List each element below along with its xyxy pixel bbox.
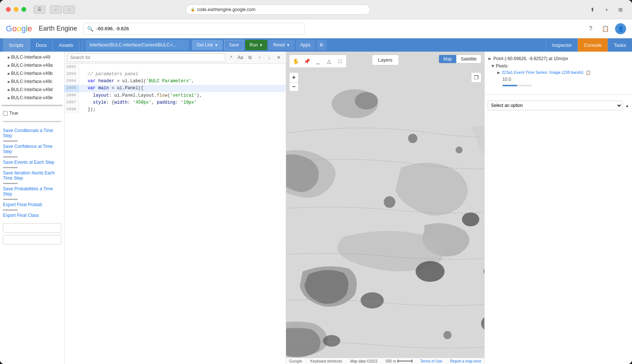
map-attribution: Map data ©2022 xyxy=(350,359,378,363)
list-item[interactable]: ■ BULC-Interface-v49 xyxy=(0,53,64,61)
list-item[interactable]: ■ BULC-Interface-v49b xyxy=(0,69,64,77)
tab-scripts[interactable]: Scripts xyxy=(3,38,30,52)
logo-g: G xyxy=(6,24,12,33)
back-button[interactable]: ‹ xyxy=(50,6,62,14)
forward-button[interactable]: › xyxy=(63,6,75,14)
tab-tasks[interactable]: Tasks xyxy=(608,38,632,52)
left-sidebar: ■ BULC-Interface-v49 ■ BULC-Interface-v4… xyxy=(0,52,65,364)
svg-point-3 xyxy=(416,261,444,282)
fullscreen-btn[interactable]: ❐ xyxy=(471,72,481,83)
get-link-button[interactable]: Get Link ▼ xyxy=(192,40,223,50)
right-panel: ► Point (-60.69626, -9.82527) at 10m/px … xyxy=(484,52,632,364)
help-button[interactable]: ? xyxy=(585,24,596,34)
expand-icon[interactable]: 📋 xyxy=(585,70,591,75)
sidebar-toggle-btn[interactable]: ☰ xyxy=(34,6,45,14)
file-icon: ■ xyxy=(7,72,10,76)
feedback-button[interactable]: 📋 xyxy=(600,24,611,34)
zoom-controls: + − xyxy=(289,72,299,91)
sidebar-buttons: Save Conditionals a Time Step Save Confi… xyxy=(0,124,64,247)
tab-inspector[interactable]: Inspector xyxy=(546,38,578,52)
input-field-1[interactable] xyxy=(3,223,61,233)
list-item[interactable]: ■ BULC-Interface-v49c xyxy=(0,77,64,86)
grid-button[interactable]: ⊞ xyxy=(615,6,626,14)
tab-console[interactable]: Console xyxy=(578,38,608,52)
code-search-input[interactable] xyxy=(68,53,225,62)
logo-e: e xyxy=(28,24,32,33)
save-conditionals-btn[interactable]: Save Conditionals a Time Step xyxy=(3,127,61,139)
app-window: ☰ ‹ › 🔒 code.earthengine.google.com ⬆ + … xyxy=(0,0,632,364)
keyboard-shortcuts[interactable]: Keyboard shortcuts xyxy=(310,359,342,363)
list-item[interactable]: ■ BULC-Interface-v49a xyxy=(0,61,64,69)
new-tab-button[interactable]: + xyxy=(601,6,612,14)
search-up-btn[interactable]: ↑ xyxy=(255,53,264,62)
user-avatar[interactable]: 👤 xyxy=(615,23,626,34)
address-bar[interactable]: 🔒 code.earthengine.google.com xyxy=(186,4,370,15)
svg-point-5 xyxy=(361,292,384,309)
divider xyxy=(3,156,18,157)
logo-o1: o xyxy=(12,24,17,33)
search-down-btn[interactable]: ↓ xyxy=(265,53,273,62)
content-area: ■ BULC-Interface-v49 ■ BULC-Interface-v4… xyxy=(0,52,632,364)
search-bar[interactable]: 🔍 xyxy=(83,23,305,35)
save-button[interactable]: Save xyxy=(224,40,244,50)
share-button[interactable]: ⬆ xyxy=(587,6,598,14)
export-final-probab-btn[interactable]: Export Final Probab xyxy=(3,201,61,208)
tab-docs[interactable]: Docs xyxy=(30,38,53,52)
code-area[interactable]: 2692 2693 // parameters panel 2694 var h… xyxy=(65,64,286,364)
search-word-btn[interactable]: \b xyxy=(246,53,254,62)
line-tool-btn[interactable]: ⎯ xyxy=(313,56,323,66)
save-confidence-btn[interactable]: Save Confidence at Time Step xyxy=(3,143,61,155)
apps-button[interactable]: Apps xyxy=(296,40,315,50)
file-path: Interfaces/BULC-Interface/Current/BULC-I… xyxy=(86,40,189,50)
list-item[interactable]: ■ BULC-Interface-v49d xyxy=(0,86,64,94)
satellite-view-btn[interactable]: Satellite xyxy=(456,55,481,63)
layers-button[interactable]: Layers xyxy=(372,55,399,65)
search-case-btn[interactable]: Aa xyxy=(236,53,244,62)
hand-tool-btn[interactable]: ✋ xyxy=(291,56,300,66)
url-text: code.earthengine.google.com xyxy=(197,7,255,12)
polygon-tool-btn[interactable]: △ xyxy=(324,56,334,66)
map-view-btn[interactable]: Map xyxy=(439,55,456,63)
option-select[interactable]: Select an option xyxy=(488,101,622,110)
list-item[interactable]: ■ BULC-Interface-v49e xyxy=(0,94,64,102)
point-label: Point (-60.69626, -9.82527) at 10m/px xyxy=(493,56,568,61)
svg-point-10 xyxy=(456,146,463,153)
svg-point-8 xyxy=(323,335,340,347)
svg-rect-18 xyxy=(502,85,517,86)
sidebar-divider xyxy=(3,121,61,122)
export-final-class-btn[interactable]: Export Final Class xyxy=(3,212,61,219)
file-icon: ■ xyxy=(7,63,10,67)
save-iteration-btn[interactable]: Save Iteration Numb Each Time Step xyxy=(3,170,61,181)
inspector-content: ► Point (-60.69626, -9.82527) at 10m/px … xyxy=(485,52,632,91)
tab-assets[interactable]: Assets xyxy=(53,38,79,52)
search-close-btn[interactable]: ✕ xyxy=(275,53,283,62)
reset-button[interactable]: Reset ▼ xyxy=(269,40,294,50)
rectangle-tool-btn[interactable]: □ xyxy=(335,56,345,66)
maximize-button[interactable] xyxy=(21,7,26,12)
input-field-2[interactable] xyxy=(3,235,61,245)
pixels-arrow[interactable]: ▼ xyxy=(491,63,495,69)
minimize-button[interactable] xyxy=(14,7,18,12)
sidebar-toggle[interactable]: ☰ xyxy=(34,6,45,14)
titlebar-actions: ⬆ + ⊞ xyxy=(587,6,626,14)
marker-tool-btn[interactable]: 📌 xyxy=(302,56,312,66)
code-line: 2693 // parameters panel xyxy=(65,71,286,78)
settings-button[interactable]: ⚙ xyxy=(316,40,327,50)
svg-rect-16 xyxy=(412,360,412,363)
save-probabilities-btn[interactable]: Save Probabilities a Time Step xyxy=(3,186,61,197)
code-line: 2698 }); xyxy=(65,106,286,113)
close-button[interactable] xyxy=(6,7,11,12)
code-line: 2695 var main = ui.Panel({ xyxy=(65,85,286,92)
zoom-out-btn[interactable]: − xyxy=(289,82,299,91)
zoom-in-btn[interactable]: + xyxy=(289,72,299,82)
run-button[interactable]: Run ▼ xyxy=(245,40,267,50)
report-link[interactable]: Report a map error xyxy=(450,359,481,363)
save-events-btn[interactable]: Save Events at Each Step xyxy=(3,159,61,166)
search-input[interactable] xyxy=(96,26,300,31)
run-chevron: ▼ xyxy=(259,43,263,47)
right-tabs: Inspector Console Tasks xyxy=(546,38,632,52)
pixels-children: ► 223a1.Event Time Series: Image (238 ba… xyxy=(491,69,629,89)
true-checkbox[interactable] xyxy=(3,111,8,116)
terms-link[interactable]: Terms of Use xyxy=(420,359,442,363)
search-regex-btn[interactable]: .* xyxy=(227,53,235,62)
